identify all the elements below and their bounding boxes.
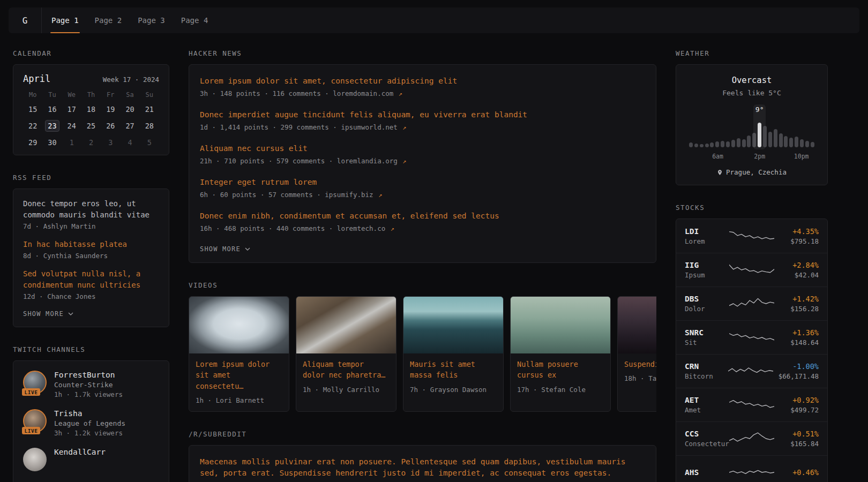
video-thumbnail[interactable] <box>189 297 289 353</box>
hackernews-item-link[interactable]: Aliquam nec cursus elit <box>200 143 645 154</box>
stock-price: $165.84 <box>780 440 819 448</box>
video-card[interactable]: Suspendisse diam18h · Tara <box>617 296 656 412</box>
sparkline-chart <box>729 329 774 345</box>
twitch-channel[interactable]: LIVEForrestBurtonCounter-Strike1h · 1.7k… <box>23 371 159 398</box>
rss-item-link[interactable]: Sed volutpat nulla nisl, a condimentum n… <box>23 268 159 291</box>
hackernews-item-link[interactable]: Integer eget rutrum lorem <box>200 177 645 188</box>
stock-row[interactable]: IIGIpsum+2.84%$42.04 <box>676 253 827 287</box>
stock-values: +0.51%$165.84 <box>780 430 819 448</box>
video-card[interactable]: Aliquam tempor dolor nec pharetra…1h · M… <box>296 296 396 412</box>
calendar-day: 22 <box>23 120 42 132</box>
rss-item: In hac habitasse platea8d · Cynthia Saun… <box>23 239 159 260</box>
video-meta: 1h · Molly Carrillo <box>296 381 396 401</box>
channel-name[interactable]: ForrestBurton <box>54 371 123 379</box>
hackernews-item-link[interactable]: Donec enim nibh, condimentum et accumsan… <box>200 210 645 222</box>
stock-values: +2.84%$42.04 <box>780 261 819 279</box>
weather-hour-column <box>721 107 724 147</box>
channel-name[interactable]: Trisha <box>54 409 125 418</box>
stock-row[interactable]: CRNBitcorn-1.00%$66,171.48 <box>676 354 827 388</box>
channel-game: Counter-Strike <box>54 381 123 389</box>
video-card[interactable]: Mauris sit amet massa felis7h · Grayson … <box>403 296 504 412</box>
stock-row[interactable]: CCSConsectetur+0.51%$165.84 <box>676 421 827 455</box>
calendar-day-header: Mo <box>23 91 42 99</box>
location-pin-icon <box>717 169 723 176</box>
tab-page-3[interactable]: Page 3 <box>137 7 166 33</box>
video-card[interactable]: Lorem ipsum dolor sit amet consectetu…1h… <box>189 296 289 412</box>
video-title[interactable]: Mauris sit amet massa felis <box>403 353 503 381</box>
hackernews-show-more-button[interactable]: SHOW MORE <box>200 244 250 255</box>
twitch-card: LIVEForrestBurtonCounter-Strike1h · 1.7k… <box>13 360 169 482</box>
hackernews-item-meta: 21h · 710 points · 579 comments · loreml… <box>200 157 645 165</box>
rss-item-link[interactable]: In hac habitasse platea <box>23 239 159 250</box>
stock-row[interactable]: AETAmet+0.92%$499.72 <box>676 388 827 421</box>
stock-row[interactable]: LDILorem+4.35%$795.18 <box>676 219 827 253</box>
stock-ticker: SNRC <box>685 328 724 337</box>
hackernews-item-link[interactable]: Lorem ipsum dolor sit amet, consectetur … <box>200 76 645 87</box>
stock-info: DBSDolor <box>685 295 724 313</box>
video-meta: 17h · Stefan Cole <box>511 381 610 401</box>
video-title[interactable]: Suspendisse diam <box>618 353 656 370</box>
calendar-day: 27 <box>120 120 139 132</box>
hackernews-item-meta: 3h · 148 points · 116 comments · loremdo… <box>200 89 645 97</box>
hackernews-item-link[interactable]: Donec imperdiet augue tincidunt felis al… <box>200 109 645 120</box>
stock-row[interactable]: AHS+0.46% <box>676 455 827 482</box>
stock-ticker: AHS <box>685 468 724 477</box>
channel-meta: 3h · 1.2k viewers <box>54 429 125 437</box>
stock-name: Bitcorn <box>685 372 723 380</box>
stock-price: $42.04 <box>780 271 819 279</box>
weather-bar <box>747 135 751 147</box>
sparkline-chart <box>729 464 774 480</box>
weather-hour-column <box>768 107 772 147</box>
channel-avatar: LIVE <box>23 371 47 394</box>
channel-info: ForrestBurtonCounter-Strike1h · 1.7k vie… <box>54 371 123 398</box>
left-column: CALENDAR April Week 17 · 2024 MoTuWeThFr… <box>13 49 169 482</box>
external-link-icon: ↗ <box>402 124 406 131</box>
tab-page-4[interactable]: Page 4 <box>180 7 209 33</box>
stock-values: +0.92%$499.72 <box>780 396 819 414</box>
stock-sparkline <box>729 228 774 244</box>
video-title[interactable]: Aliquam tempor dolor nec pharetra… <box>296 353 396 381</box>
video-thumbnail[interactable] <box>511 297 610 353</box>
tab-page-1[interactable]: Page 1 <box>50 7 80 33</box>
stock-values: +1.42%$156.28 <box>780 295 819 313</box>
twitch-channel[interactable]: KendallCarr <box>23 448 159 471</box>
app-logo[interactable]: G <box>9 7 42 33</box>
calendar-day: 18 <box>81 103 101 115</box>
subreddit-card: Maecenas mollis pulvinar erat non posuer… <box>189 445 656 482</box>
stock-change: +2.84% <box>780 261 819 269</box>
calendar-day-today: 23 <box>45 120 59 132</box>
tab-page-2[interactable]: Page 2 <box>94 7 123 33</box>
calendar-day: 19 <box>101 103 120 115</box>
channel-name[interactable]: KendallCarr <box>54 448 106 456</box>
stock-ticker: IIG <box>685 261 724 269</box>
stock-name: Consectetur <box>685 440 724 448</box>
rss-item-link[interactable]: Donec tempor eros leo, ut commodo mauris… <box>23 198 159 221</box>
weather-bar <box>737 138 740 147</box>
weather-hour-column <box>715 107 719 147</box>
hackernews-item: Donec enim nibh, condimentum et accumsan… <box>200 210 645 232</box>
top-navigation: G Page 1Page 2Page 3Page 4 <box>9 7 859 33</box>
subreddit-item-link[interactable]: Maecenas mollis pulvinar erat non posuer… <box>200 456 645 479</box>
stock-values: +4.35%$795.18 <box>780 227 819 245</box>
twitch-channel[interactable]: LIVETrishaLeague of Legends3h · 1.2k vie… <box>23 409 159 437</box>
video-card[interactable]: Nullam posuere cursus ex17h · Stefan Col… <box>510 296 611 412</box>
video-thumbnail[interactable] <box>403 297 503 353</box>
stock-change: +4.35% <box>780 227 819 236</box>
video-title[interactable]: Nullam posuere cursus ex <box>511 353 610 381</box>
calendar-day: 25 <box>81 120 101 132</box>
stock-values: +0.46% <box>780 468 819 477</box>
video-thumbnail[interactable] <box>618 297 656 353</box>
rss-show-more-button[interactable]: SHOW MORE <box>23 309 73 320</box>
weather-feels-like: Feels like 5°C <box>685 89 819 97</box>
video-thumbnail[interactable] <box>296 297 396 353</box>
stock-row[interactable]: DBSDolor+1.42%$156.28 <box>676 287 827 320</box>
sparkline-chart <box>728 363 773 379</box>
weather-bar <box>811 142 814 147</box>
subreddit-item: Maecenas mollis pulvinar erat non posuer… <box>200 456 645 482</box>
weather-widget: WEATHER Overcast Feels like 5°C 9° 6am2p… <box>676 49 828 185</box>
video-title[interactable]: Lorem ipsum dolor sit amet consectetu… <box>189 353 289 391</box>
stock-row[interactable]: SNRCSit+1.36%$148.64 <box>676 320 827 354</box>
channel-meta: 1h · 1.7k viewers <box>54 390 123 398</box>
calendar-day: 4 <box>120 137 139 148</box>
calendar-day: 15 <box>23 103 42 115</box>
